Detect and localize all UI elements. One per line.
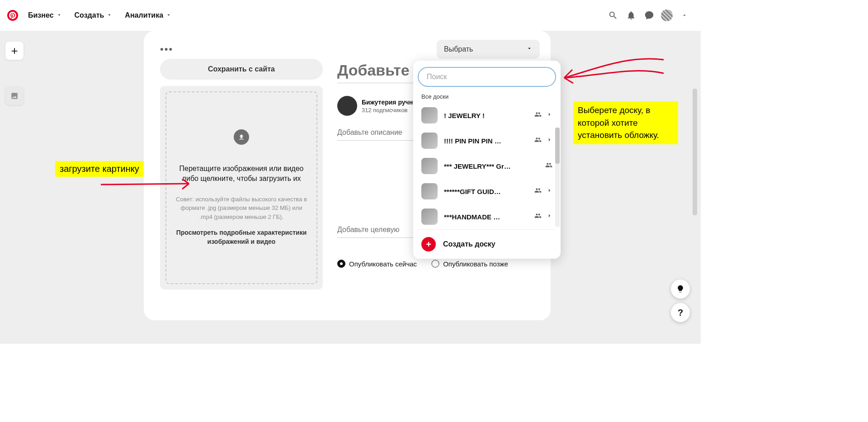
question-icon: ?: [678, 308, 683, 318]
upload-icon: [234, 129, 249, 145]
search-icon[interactable]: [604, 6, 622, 24]
annotation-upload-note: загрузите картинку: [55, 161, 144, 177]
radio-checked-icon: [337, 260, 345, 268]
upload-specs-link[interactable]: Просмотреть подробные характеристики изо…: [174, 228, 309, 246]
group-icon: [534, 187, 542, 196]
lightbulb-help-button[interactable]: [671, 280, 690, 299]
nav-business[interactable]: Бизнес: [22, 11, 68, 19]
nav-create-label: Создать: [75, 11, 104, 19]
image-icon: [10, 92, 19, 100]
group-icon: [545, 161, 552, 171]
plus-icon: +: [11, 44, 18, 58]
chevron-right-icon: [546, 111, 552, 119]
upload-instruction: Перетащите изображения или видео либо ще…: [174, 164, 309, 184]
board-item-label: !!!! PIN PIN PIN …: [444, 137, 528, 145]
upload-area[interactable]: Перетащите изображения или видео либо ще…: [160, 86, 323, 289]
image-thumbnail-button[interactable]: [5, 87, 24, 105]
board-thumbnail: [421, 107, 438, 123]
publish-now-label: Опубликовать сейчас: [349, 260, 417, 268]
board-select-button[interactable]: Выбрать: [437, 40, 540, 59]
add-pin-button[interactable]: +: [5, 42, 24, 60]
user-avatar[interactable]: [661, 9, 673, 21]
left-rail: +: [5, 42, 24, 105]
lightbulb-icon: [676, 284, 685, 294]
board-item-label: ******GIFT GUID…: [444, 188, 528, 195]
board-item[interactable]: !!!! PIN PIN PIN …: [418, 128, 556, 153]
nav-create[interactable]: Создать: [68, 11, 119, 19]
create-board-label: Создать доску: [443, 240, 495, 248]
board-item[interactable]: ! JEWELRY !: [418, 103, 556, 128]
group-icon: [534, 111, 542, 120]
board-thumbnail: [421, 209, 438, 225]
group-icon: [534, 136, 542, 145]
board-list[interactable]: ! JEWELRY ! !!!! PIN PIN PIN …: [418, 103, 556, 229]
save-from-site-button[interactable]: Сохранить с сайта: [160, 59, 323, 80]
account-chevron-icon[interactable]: [675, 6, 693, 24]
board-item-label: ***HANDMADE …: [444, 213, 528, 221]
annotation-arrow-right: [560, 51, 668, 87]
page-scrollbar[interactable]: [693, 62, 697, 344]
body-area: + ••• Выбрать Сохранить с сайта: [0, 31, 701, 344]
board-item-label: ! JEWELRY !: [444, 112, 528, 119]
bell-icon[interactable]: [622, 6, 640, 24]
chat-icon[interactable]: [640, 6, 658, 24]
board-search-input[interactable]: [418, 67, 556, 87]
board-thumbnail: [421, 158, 438, 174]
pinterest-logo[interactable]: [7, 10, 18, 21]
publish-later-label: Опубликовать позже: [443, 260, 508, 268]
create-board-button[interactable]: + Создать доску: [418, 229, 556, 259]
group-icon: [534, 212, 542, 221]
publish-now-radio[interactable]: Опубликовать сейчас: [337, 260, 417, 268]
annotation-select-board-note: Выберете доску, в которой хотите установ…: [573, 101, 678, 144]
board-thumbnail: [421, 183, 438, 199]
radio-unchecked-icon: [431, 260, 439, 268]
board-item[interactable]: ******GIFT GUID…: [418, 179, 556, 204]
profile-avatar[interactable]: [337, 96, 357, 116]
chevron-right-icon: [546, 213, 552, 221]
chevron-down-icon: [57, 11, 62, 19]
chevron-down-icon: [526, 45, 533, 53]
chevron-right-icon: [546, 137, 552, 145]
publish-later-radio[interactable]: Опубликовать позже: [431, 260, 508, 268]
dropdown-scrollbar[interactable]: [555, 128, 560, 227]
board-item[interactable]: ***HANDMADE …: [418, 204, 556, 229]
chevron-down-icon: [107, 11, 112, 19]
board-item-label: *** JEWELRY*** Gr…: [444, 162, 539, 170]
question-help-button[interactable]: ?: [671, 303, 690, 322]
nav-business-label: Бизнес: [28, 11, 54, 19]
board-dropdown: Все доски ! JEWELRY ! !!!! PIN PIN PIN …: [413, 61, 561, 259]
board-item[interactable]: *** JEWELRY*** Gr…: [418, 153, 556, 179]
header: Бизнес Создать Аналитика: [0, 0, 701, 31]
nav-analytics[interactable]: Аналитика: [118, 11, 178, 19]
nav-analytics-label: Аналитика: [125, 11, 163, 19]
upload-hint: Совет: используйте файлы высокого качест…: [174, 195, 309, 222]
board-select-label: Выбрать: [444, 45, 473, 53]
board-thumbnail: [421, 133, 438, 149]
dropdown-section-label: Все доски: [418, 87, 556, 103]
chevron-down-icon: [166, 11, 171, 19]
plus-circle-icon: +: [421, 237, 436, 251]
chevron-right-icon: [546, 187, 552, 195]
